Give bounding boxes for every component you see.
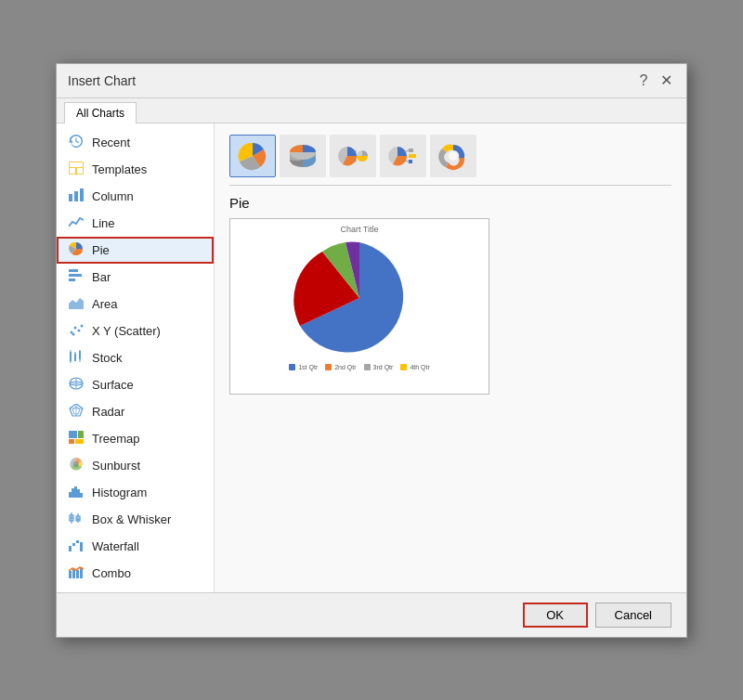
svg-rect-61 — [409, 149, 413, 152]
legend-item-2nd: 2nd Qtr — [325, 364, 356, 370]
legend-dot-3rd — [364, 364, 371, 370]
dialog-title: Insert Chart — [68, 73, 136, 88]
legend-item-1st: 1st Qtr — [289, 364, 318, 370]
pie-chart-svg — [276, 238, 443, 358]
bar-icon — [68, 269, 85, 285]
legend-dot-2nd — [325, 364, 332, 370]
chart-subtype-3d-pie[interactable] — [280, 135, 326, 177]
sidebar-item-treemap-label: Treemap — [92, 432, 140, 446]
sidebar-item-radar-label: Radar — [92, 405, 124, 419]
svg-rect-52 — [76, 570, 79, 578]
ok-button[interactable]: OK — [523, 603, 588, 628]
line-icon — [68, 215, 85, 231]
svg-rect-39 — [80, 493, 83, 498]
sidebar-item-box-whisker[interactable]: Box & Whisker — [57, 506, 214, 533]
box-whisker-icon — [68, 512, 85, 527]
tab-bar: All Charts — [57, 98, 686, 123]
sidebar-item-recent[interactable]: Recent — [57, 129, 214, 156]
waterfall-icon — [68, 538, 85, 554]
pie-icon — [68, 242, 85, 258]
legend-dot-4th — [400, 364, 407, 370]
tab-all-charts[interactable]: All Charts — [64, 102, 137, 123]
svg-rect-37 — [74, 486, 77, 498]
combo-icon — [68, 565, 85, 581]
chart-subtype-pie-of-pie[interactable] — [330, 135, 376, 177]
sidebar-item-line[interactable]: Line — [57, 210, 214, 237]
svg-rect-49 — [80, 542, 83, 551]
sidebar-item-box-whisker-label: Box & Whisker — [92, 512, 171, 526]
legend-label-1st: 1st Qtr — [298, 364, 318, 370]
chart-preview: Chart Title 1st Qtr — [229, 218, 489, 395]
svg-rect-3 — [77, 168, 83, 174]
svg-rect-6 — [80, 188, 84, 201]
sidebar-item-surface[interactable]: Surface — [57, 371, 214, 398]
histogram-icon — [68, 485, 85, 500]
svg-rect-63 — [409, 160, 412, 163]
sidebar-item-xy-scatter[interactable]: X Y (Scatter) — [57, 318, 214, 344]
sidebar-item-stock[interactable]: Stock — [57, 344, 214, 371]
sidebar-item-combo[interactable]: Combo — [57, 560, 214, 587]
sidebar: Recent Templates Column Li — [57, 123, 215, 592]
svg-rect-38 — [77, 489, 80, 498]
chart-type-icon-row — [229, 135, 671, 186]
sidebar-item-radar[interactable]: Radar — [57, 398, 214, 425]
svg-point-15 — [72, 332, 75, 335]
svg-point-14 — [81, 324, 84, 327]
chart-subtype-bar-of-pie[interactable] — [380, 135, 426, 177]
title-bar-controls: ? ✕ — [634, 71, 675, 90]
sidebar-item-waterfall-label: Waterfall — [92, 539, 139, 553]
sidebar-item-area[interactable]: Area — [57, 291, 214, 318]
svg-rect-4 — [69, 194, 72, 201]
svg-rect-47 — [72, 543, 75, 546]
svg-rect-33 — [75, 439, 84, 444]
radar-icon — [68, 404, 85, 420]
area-icon — [68, 296, 85, 312]
svg-rect-35 — [69, 492, 72, 498]
sidebar-item-treemap[interactable]: Treemap — [57, 425, 214, 452]
chart-legend: 1st Qtr 2nd Qtr 3rd Qtr 4th Qtr — [236, 364, 483, 370]
sidebar-item-waterfall[interactable]: Waterfall — [57, 533, 214, 560]
svg-rect-1 — [70, 162, 83, 167]
svg-rect-48 — [76, 540, 79, 543]
sidebar-item-surface-label: Surface — [92, 378, 134, 392]
svg-rect-8 — [69, 274, 82, 277]
svg-rect-36 — [72, 488, 74, 498]
svg-rect-5 — [74, 191, 78, 201]
svg-rect-50 — [69, 571, 72, 578]
sidebar-item-bar[interactable]: Bar — [57, 264, 214, 291]
sidebar-item-column[interactable]: Column — [57, 183, 214, 210]
legend-label-4th: 4th Qtr — [410, 364, 429, 370]
legend-dot-1st — [289, 364, 295, 370]
sidebar-item-sunburst-label: Sunburst — [92, 459, 140, 473]
close-button[interactable]: ✕ — [657, 71, 675, 90]
chart-subtype-pie[interactable] — [229, 135, 276, 177]
cancel-button[interactable]: Cancel — [595, 603, 671, 628]
svg-point-13 — [78, 329, 81, 331]
sidebar-item-column-label: Column — [92, 189, 134, 203]
svg-rect-46 — [69, 546, 72, 551]
sidebar-item-pie[interactable]: Pie — [57, 237, 214, 264]
help-button[interactable]: ? — [634, 71, 653, 90]
svg-rect-2 — [70, 168, 75, 174]
stock-icon — [68, 350, 85, 366]
surface-icon — [68, 377, 85, 393]
column-icon — [68, 188, 85, 204]
insert-chart-dialog: Insert Chart ? ✕ All Charts Recent — [56, 63, 687, 638]
chart-subtype-doughnut[interactable] — [430, 135, 476, 177]
sidebar-item-histogram[interactable]: Histogram — [57, 479, 214, 506]
legend-item-4th: 4th Qtr — [400, 364, 429, 370]
svg-rect-62 — [409, 154, 416, 158]
sidebar-item-templates[interactable]: Templates — [57, 156, 214, 183]
svg-marker-10 — [69, 298, 84, 309]
sunburst-icon — [68, 458, 85, 473]
svg-rect-30 — [69, 431, 77, 438]
sidebar-item-combo-label: Combo — [92, 566, 131, 580]
treemap-icon — [68, 431, 85, 447]
recent-icon — [68, 135, 85, 150]
sidebar-item-recent-label: Recent — [92, 136, 130, 149]
legend-label-3rd: 3rd Qtr — [373, 364, 394, 370]
sidebar-item-sunburst[interactable]: Sunburst — [57, 452, 214, 479]
sidebar-item-area-label: Area — [92, 297, 117, 311]
chart-section-label: Pie — [229, 195, 671, 211]
dialog-footer: OK Cancel — [57, 592, 686, 637]
